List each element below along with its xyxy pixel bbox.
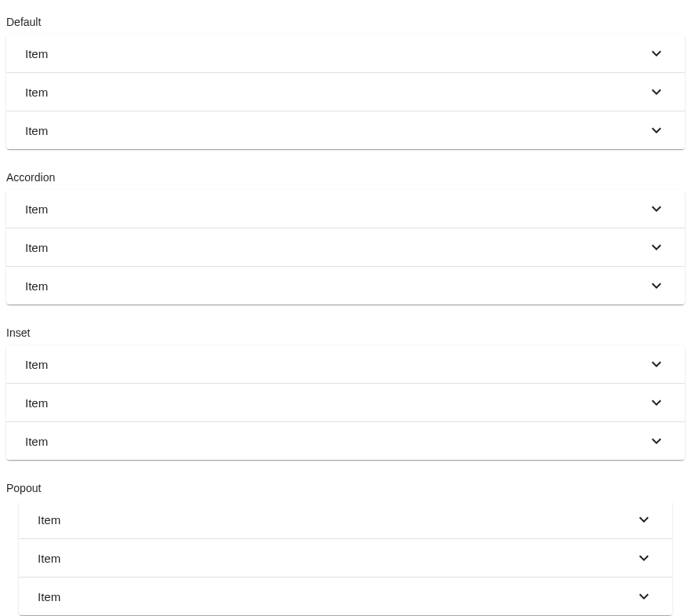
expansion-panel-item[interactable]: Item	[6, 228, 685, 266]
expansion-panel-label: Item	[25, 435, 48, 448]
expansion-panel-label: Item	[38, 513, 60, 527]
section-label-accordion: Accordion	[6, 165, 685, 190]
expansion-panel-item[interactable]: Item	[19, 501, 672, 538]
chevron-down-icon	[647, 44, 666, 63]
expansion-panel-list-inset: Item Item Item	[6, 345, 685, 460]
expansion-panel-label: Item	[25, 396, 48, 410]
chevron-down-icon	[647, 82, 666, 101]
chevron-down-icon	[634, 549, 653, 567]
section-label-inset: Inset	[6, 320, 685, 345]
expansion-panel-label: Item	[25, 241, 48, 254]
expansion-panel-label: Item	[25, 124, 48, 137]
expansion-panel-list-accordion: Item Item Item	[6, 190, 685, 304]
chevron-down-icon	[647, 199, 666, 218]
chevron-down-icon	[647, 355, 666, 374]
expansion-panel-item[interactable]: Item	[6, 345, 685, 383]
expansion-panel-popout-inner: Item Item Item	[19, 501, 672, 615]
chevron-down-icon	[647, 393, 666, 412]
expansion-panel-item[interactable]: Item	[19, 538, 672, 577]
expansion-panel-label: Item	[25, 279, 48, 293]
chevron-down-icon	[634, 510, 653, 529]
expansion-panel-item[interactable]: Item	[6, 383, 685, 421]
chevron-down-icon	[634, 587, 653, 606]
expansion-panel-item[interactable]: Item	[6, 266, 685, 304]
expansion-panel-item[interactable]: Item	[6, 72, 685, 111]
expansion-panel-label: Item	[25, 202, 48, 216]
section-label-default: Default	[6, 9, 685, 35]
expansion-panel-item[interactable]: Item	[19, 577, 672, 615]
expansion-panel-list-popout: Item Item Item	[6, 501, 685, 616]
expansion-panel-label: Item	[38, 552, 60, 565]
expansion-panel-label: Item	[25, 47, 48, 60]
expansion-panel-item[interactable]: Item	[6, 421, 685, 460]
expansion-panel-label: Item	[25, 358, 48, 371]
chevron-down-icon	[647, 276, 666, 295]
chevron-down-icon	[647, 238, 666, 257]
chevron-down-icon	[647, 121, 666, 140]
expansion-panel-label: Item	[25, 86, 48, 99]
section-label-popout: Popout	[6, 476, 685, 501]
expansion-panel-item[interactable]: Item	[6, 190, 685, 228]
chevron-down-icon	[647, 432, 666, 450]
expansion-panel-item[interactable]: Item	[6, 35, 685, 72]
expansion-panel-item[interactable]: Item	[6, 111, 685, 149]
expansion-panel-label: Item	[38, 590, 60, 603]
expansion-panel-list-default: Item Item Item	[6, 35, 685, 149]
